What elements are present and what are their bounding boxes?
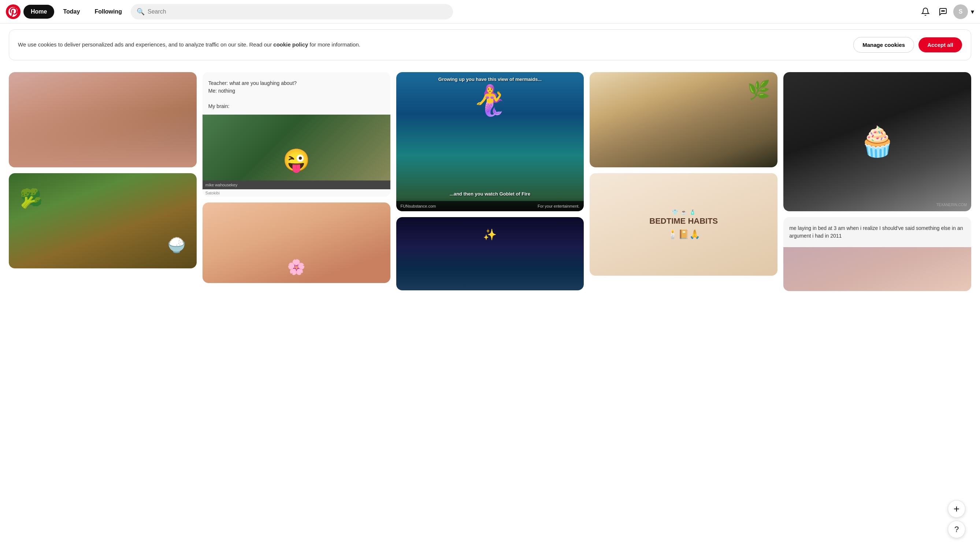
cookie-message-part2: for more information. bbox=[308, 41, 360, 48]
pin-mermaid[interactable]: Growing up you have this view of mermaid… bbox=[396, 72, 584, 211]
following-nav-button[interactable]: Following bbox=[89, 5, 128, 19]
cookie-policy-link[interactable]: cookie policy bbox=[273, 41, 308, 48]
svg-point-1 bbox=[942, 11, 942, 11]
header-icons: S ▾ bbox=[918, 5, 974, 19]
pin-nail-art[interactable] bbox=[9, 72, 197, 167]
svg-point-3 bbox=[944, 11, 945, 11]
pin-nail-flowers[interactable] bbox=[202, 202, 390, 283]
today-nav-button[interactable]: Today bbox=[57, 5, 86, 19]
manage-cookies-button[interactable]: Manage cookies bbox=[853, 37, 914, 53]
account-menu-chevron[interactable]: ▾ bbox=[971, 8, 974, 16]
cookie-banner: We use cookies to deliver personalized a… bbox=[9, 29, 971, 60]
svg-point-2 bbox=[943, 11, 943, 11]
pins-grid: Teacher: what are you laughing about?Me:… bbox=[0, 66, 980, 297]
cookie-message-part1: We use cookies to deliver personalized a… bbox=[18, 41, 273, 48]
search-bar: 🔍 bbox=[131, 4, 453, 19]
cookie-actions: Manage cookies Accept all bbox=[853, 37, 962, 53]
pin-room-decor[interactable] bbox=[590, 72, 778, 167]
main-header: Home Today Following 🔍 S ▾ bbox=[0, 0, 980, 24]
search-input[interactable] bbox=[148, 8, 447, 15]
pin-bed-text[interactable]: me laying in bed at 3 am when i realize … bbox=[783, 217, 971, 291]
notifications-button[interactable] bbox=[918, 5, 933, 19]
accept-all-button[interactable]: Accept all bbox=[918, 37, 962, 52]
pin-teacher-meme[interactable]: Teacher: what are you laughing about?Me:… bbox=[202, 72, 390, 197]
search-icon: 🔍 bbox=[137, 8, 145, 16]
messages-button[interactable] bbox=[936, 5, 950, 19]
chat-icon bbox=[939, 7, 947, 16]
pin-night-sky[interactable] bbox=[396, 217, 584, 290]
pin-bedtime-habits[interactable]: 👕☕🧴 BEDTIME HABITS 🕯️📔🙏 bbox=[590, 173, 778, 276]
home-nav-button[interactable]: Home bbox=[24, 5, 54, 19]
pin-food-bowl[interactable] bbox=[9, 173, 197, 269]
pinterest-logo-icon bbox=[6, 5, 21, 19]
pin-cupcakes[interactable]: TEXANERIN.COM bbox=[783, 72, 971, 211]
cookie-text: We use cookies to deliver personalized a… bbox=[18, 41, 360, 49]
bell-icon bbox=[921, 7, 930, 16]
user-avatar-button[interactable]: S bbox=[953, 5, 968, 19]
